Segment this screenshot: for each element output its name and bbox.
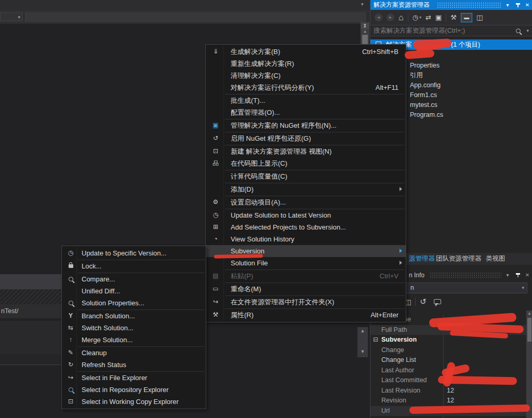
close-icon[interactable]: ✕ bbox=[523, 270, 531, 280]
menu-item-show-on-code-map[interactable]: 品在代码图上显示(C) bbox=[206, 157, 406, 169]
menu-item-unified-diff[interactable]: Unified Diff... bbox=[62, 285, 206, 297]
menu-item-add-projects-to-subversion[interactable]: ⊞Add Selected Projects to Subversion... bbox=[206, 221, 406, 233]
menu-label: 粘贴(P) bbox=[231, 272, 253, 280]
scroll-down-arrow-icon[interactable]: ▼ bbox=[357, 348, 368, 355]
prop-change[interactable]: Change bbox=[370, 345, 526, 356]
menu-label: 管理解决方案的 NuGet 程序包(N)... bbox=[231, 122, 337, 129]
gear-icon: ⚙ bbox=[210, 196, 221, 208]
search-icon[interactable] bbox=[516, 29, 521, 33]
build-icon: ⇓ bbox=[210, 46, 221, 58]
menu-item-clean-solution[interactable]: 清理解决方案(C) bbox=[206, 70, 406, 82]
solution-explorer-title-bar[interactable]: 解决方案资源管理器 ▾ ✕ bbox=[370, 0, 532, 10]
menu-item-update-to-specific-version[interactable]: ◷Update to Specific Version... bbox=[62, 247, 206, 259]
collapse-all-icon[interactable]: ▣ bbox=[435, 14, 442, 21]
window-position-chevron-icon[interactable]: ▾ bbox=[503, 270, 512, 280]
menu-item-select-in-file-explorer[interactable]: ↪Select in File Explorer bbox=[62, 372, 206, 384]
prop-label: Change List bbox=[381, 356, 416, 363]
tab-team-explorer[interactable]: 团队资源管理器 bbox=[436, 253, 482, 265]
menu-shortcut: Alt+Enter bbox=[370, 309, 398, 321]
panel-title-fragment: n Info bbox=[409, 270, 424, 280]
editor-vertical-scrollbar[interactable]: ⇕ ▲ bbox=[361, 22, 369, 45]
menu-item-open-folder-in-explorer[interactable]: ↪在文件资源管理器中打开文件夹(X) bbox=[206, 296, 406, 308]
menu-item-calculate-code-metrics[interactable]: 计算代码度量值(C) bbox=[206, 170, 406, 182]
menu-item-view-solution-history[interactable]: ◔View Solution History bbox=[206, 233, 406, 245]
menu-label: 生成解决方案(B) bbox=[231, 48, 280, 56]
combo-value-fragment: n bbox=[410, 283, 414, 293]
prop-last-revision[interactable]: Last Revision12 bbox=[370, 386, 526, 396]
toolbar-row: ▾ bbox=[0, 11, 370, 23]
scrollbar-thumb[interactable] bbox=[527, 318, 531, 342]
menu-item-lock[interactable]: Lock... bbox=[62, 260, 206, 272]
menu-item-new-solution-explorer-view[interactable]: ⊡新建 解决方案资源管理器 视图(N) bbox=[206, 145, 406, 157]
menu-item-build-solution[interactable]: ⇓生成解决方案(B)Ctrl+Shift+B bbox=[206, 46, 406, 58]
nuget-icon: ▣ bbox=[210, 119, 221, 131]
menu-item-solution-properties[interactable]: Solution Properties... bbox=[62, 297, 206, 309]
menu-item-branch-solution[interactable]: YBranch Solution... bbox=[62, 310, 206, 322]
scroll-up-arrow-icon[interactable]: ▲ bbox=[357, 327, 368, 334]
menu-label: 属性(R) bbox=[231, 311, 254, 319]
tab-class-view[interactable]: 类视图 bbox=[486, 253, 506, 265]
menu-label: 批生成(T)... bbox=[231, 97, 265, 104]
menu-item-rename[interactable]: ▭重命名(M) bbox=[206, 283, 406, 295]
menu-item-select-in-repository-explorer[interactable]: Select in Repository Explorer bbox=[62, 384, 206, 396]
scroll-up-arrow-icon[interactable]: ▲ bbox=[526, 311, 532, 317]
comment-icon[interactable] bbox=[434, 299, 441, 304]
refresh-icon[interactable]: ⇄ bbox=[425, 14, 431, 21]
wrench-icon: ⚒ bbox=[210, 309, 221, 321]
compare-magnifier-icon bbox=[66, 273, 75, 285]
menu-item-switch-solution[interactable]: ⇆Switch Solution... bbox=[62, 322, 206, 334]
curved-arrow-icon: ↪ bbox=[66, 372, 75, 384]
sync-with-active-document-icon[interactable]: ◫ bbox=[476, 14, 483, 21]
collapse-expander-icon[interactable]: ⊟ bbox=[373, 335, 378, 345]
menu-item-set-startup-projects[interactable]: ⚙设置启动项目(A)... bbox=[206, 196, 406, 208]
tab-solution-explorer[interactable]: 源管理器 bbox=[409, 253, 435, 265]
menu-label: Merge Solution... bbox=[82, 336, 132, 344]
menu-item-configuration-manager[interactable]: 配置管理器(O)... bbox=[206, 106, 406, 118]
menu-item-merge-solution[interactable]: ↑Merge Solution... bbox=[62, 334, 206, 346]
grid-scrollbar[interactable]: ▲ bbox=[526, 311, 532, 418]
scroll-up-arrow-icon[interactable]: ▲ bbox=[361, 29, 369, 34]
title-dots-texture bbox=[437, 2, 502, 8]
properties-wrench-icon[interactable]: ⚒ bbox=[450, 14, 457, 21]
prop-label: Revision bbox=[381, 397, 406, 404]
toolbar-strip bbox=[25, 12, 366, 22]
back-icon[interactable]: ◂ bbox=[375, 14, 382, 21]
menu-item-compare[interactable]: Compare... bbox=[62, 273, 206, 285]
history-icon[interactable]: ↺ bbox=[420, 297, 427, 306]
chevron-down-icon[interactable]: ▾ bbox=[361, 2, 364, 7]
menu-item-select-in-working-copy-explorer[interactable]: ⊡Select in Working Copy Explorer bbox=[62, 396, 206, 408]
forward-icon[interactable]: ▸ bbox=[387, 14, 394, 21]
menu-item-solution-file[interactable]: Solution File bbox=[206, 257, 406, 269]
menu-item-run-code-analysis[interactable]: 对解决方案运行代码分析(Y)Alt+F11 bbox=[206, 82, 406, 93]
chevron-down-icon[interactable]: ▾ bbox=[419, 15, 421, 20]
window-position-chevron-icon[interactable]: ▾ bbox=[503, 0, 512, 10]
menu-item-batch-build[interactable]: 批生成(T)... bbox=[206, 95, 406, 106]
menu-label: 添加(D) bbox=[231, 185, 254, 193]
prop-revision[interactable]: Revision12 bbox=[370, 396, 526, 406]
menu-item-enable-nuget-restore[interactable]: ↺启用 NuGet 程序包还原(G) bbox=[206, 132, 406, 144]
menu-label: 重新生成解决方案(R) bbox=[231, 60, 294, 68]
close-icon[interactable]: ✕ bbox=[523, 0, 531, 10]
menu-item-refresh-status[interactable]: ↻Refresh Status bbox=[62, 359, 206, 371]
menu-item-add[interactable]: 添加(D) bbox=[206, 183, 406, 195]
home-icon[interactable]: ⌂ bbox=[398, 13, 404, 22]
menu-item-manage-nuget-packages[interactable]: ▣管理解决方案的 NuGet 程序包(N)... bbox=[206, 119, 406, 131]
show-all-files-icon[interactable]: ▬ bbox=[461, 13, 472, 22]
search-input[interactable]: 搜索解决方案资源管理器(Ctrl+;) ▾ bbox=[370, 25, 532, 36]
menu-item-rebuild-solution[interactable]: 重新生成解决方案(R) bbox=[206, 58, 406, 70]
window-top-bar: ▾ bbox=[0, 0, 370, 11]
toolbar-dropdown[interactable]: ▾ bbox=[0, 12, 23, 21]
menu-label: View Solution History bbox=[231, 235, 295, 243]
splitter-handle-icon[interactable]: ⇕ bbox=[361, 22, 369, 29]
scrollbar-thumb[interactable] bbox=[362, 35, 368, 44]
merge-arrow-icon: ↑ bbox=[66, 334, 75, 346]
menu-item-cleanup[interactable]: ✎Cleanup bbox=[62, 347, 206, 359]
pending-changes-filter-icon[interactable]: ◷ bbox=[413, 14, 418, 21]
menu-item-update-solution-latest[interactable]: ◷Update Solution to Latest Version bbox=[206, 209, 406, 221]
menu-item-properties[interactable]: ⚒属性(R)Alt+Enter bbox=[206, 309, 406, 321]
background-small-scrollbar[interactable]: ▲ ▼ bbox=[357, 327, 368, 357]
menu-label: Switch Solution... bbox=[82, 324, 134, 332]
background-panel bbox=[0, 321, 62, 355]
menu-item-paste[interactable]: ▤粘贴(P)Ctrl+V bbox=[206, 270, 406, 282]
chevron-down-icon[interactable]: ▾ bbox=[526, 25, 529, 36]
